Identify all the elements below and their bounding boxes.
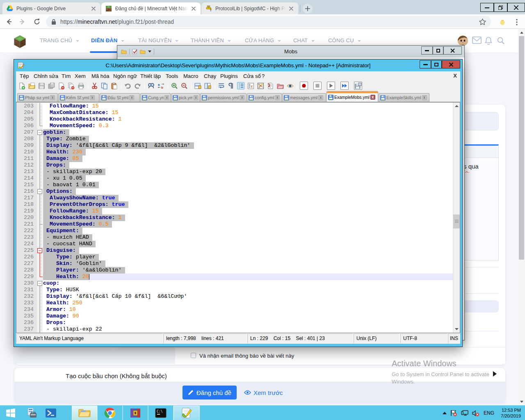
new-tab-button[interactable]	[303, 4, 313, 14]
fold-margin[interactable]	[37, 293, 43, 300]
show-all-chars-icon[interactable]	[227, 82, 235, 89]
cut-icon[interactable]	[91, 82, 98, 89]
notepadpp-titlebar[interactable]: C:\Users\Administrator\Desktop\Sever\plu…	[14, 59, 462, 71]
file-tab-close-icon[interactable]: x	[275, 95, 280, 100]
browser-tab[interactable]: ProtocolLib | SpigotMC - High Pe	[201, 2, 298, 14]
window-close-button[interactable]	[507, 3, 525, 12]
folder-workspace-icon[interactable]	[276, 82, 284, 89]
fold-margin[interactable]	[37, 280, 43, 287]
taskbar-winrar-button[interactable]	[123, 406, 148, 420]
chevron-down-icon[interactable]	[148, 50, 151, 52]
chevron-up-icon[interactable]	[443, 412, 447, 414]
menu-close-icon[interactable]: X	[453, 73, 457, 79]
taskbar-clock[interactable]: 12:53 PM7/20/2019	[501, 407, 521, 419]
file-tab[interactable]: Đấu Sĩ.ymlx	[100, 93, 140, 102]
sync-h-icon[interactable]	[204, 82, 211, 89]
fold-margin[interactable]	[37, 188, 43, 195]
window-minimize-button[interactable]	[480, 3, 494, 12]
notepadpp-menu-12[interactable]: Cửa sổ	[243, 73, 261, 79]
explorer-close-button[interactable]	[443, 46, 462, 55]
macro-stop-icon[interactable]	[313, 82, 322, 90]
status-insert-mode[interactable]: INS	[448, 333, 460, 343]
open-folder-icon[interactable]	[28, 82, 35, 89]
file-tab-close-icon[interactable]: x	[90, 95, 95, 100]
notepadpp-menu-8[interactable]: Tools	[166, 73, 178, 79]
notepadpp-menu-7[interactable]: Thiết lập	[140, 73, 161, 79]
taskbar-powershell-button[interactable]	[41, 406, 60, 420]
fold-margin[interactable]	[37, 326, 43, 333]
email-notify-label[interactable]: Và nhận email thông báo về bài viết này	[199, 353, 294, 359]
notepadpp-menu-6[interactable]: Ngôn ngữ	[113, 73, 137, 79]
tab-close-icon[interactable]	[288, 5, 295, 12]
taskbar-notepadpp-button[interactable]	[173, 406, 200, 420]
notepadpp-menu-11[interactable]: Plugins	[220, 73, 238, 79]
replace-icon[interactable]: ab	[157, 82, 164, 89]
window-restore-button[interactable]	[494, 3, 507, 12]
notepadpp-menu-9[interactable]: Macro	[183, 73, 198, 79]
scroll-down-arrow[interactable]	[520, 401, 523, 403]
fold-margin[interactable]	[37, 169, 43, 175]
notepadpp-menu-5[interactable]: Mã hóa	[91, 73, 109, 79]
tab-close-icon[interactable]	[90, 5, 97, 12]
file-tab[interactable]: messages.ymlx	[282, 93, 326, 102]
fold-margin[interactable]	[37, 228, 43, 234]
notepadpp-menu-10[interactable]: Chạy	[204, 73, 216, 79]
scroll-up-arrow[interactable]	[520, 32, 523, 34]
doc-map-icon[interactable]	[257, 82, 264, 89]
back-button[interactable]	[4, 16, 14, 27]
explorer-minimize-button[interactable]	[421, 46, 433, 55]
fold-margin[interactable]	[37, 142, 43, 149]
tab-close-icon[interactable]	[190, 5, 197, 12]
notepadpp-menu-2[interactable]: Chỉnh sửa	[34, 73, 58, 79]
fold-margin[interactable]	[37, 260, 43, 267]
notepadpp-menu-4[interactable]: Xem	[75, 73, 86, 79]
notepadpp-menu-13[interactable]: ?	[262, 73, 265, 79]
save-icon[interactable]	[38, 82, 45, 89]
fold-margin[interactable]	[37, 175, 43, 182]
reload-button[interactable]	[32, 16, 42, 27]
redo-icon[interactable]	[134, 82, 141, 89]
file-tab-close-icon[interactable]: x	[194, 95, 198, 100]
zoom-out-icon[interactable]	[180, 82, 188, 89]
notepadpp-close-button[interactable]	[442, 60, 460, 68]
file-tab-close-icon[interactable]: x	[318, 95, 323, 100]
status-encoding[interactable]: UTF-8	[400, 333, 447, 343]
fold-margin[interactable]	[37, 103, 43, 110]
taskbar-explorer-button[interactable]	[72, 406, 97, 420]
fold-margin[interactable]	[37, 287, 43, 293]
file-tab[interactable]: Cung.ymlx	[140, 93, 171, 102]
address-bar[interactable]: https://minecraftvn.net/plugin.f21/post-…	[46, 16, 491, 27]
new-file-icon[interactable]	[18, 82, 25, 89]
fold-margin[interactable]	[37, 116, 43, 123]
close-doc-icon[interactable]	[57, 82, 65, 89]
editor-scroll-thumb[interactable]	[453, 215, 460, 228]
taskbar-server-manager-button[interactable]	[23, 406, 41, 420]
macro-save-icon[interactable]	[354, 82, 362, 90]
print-icon[interactable]	[77, 82, 84, 89]
eye-icon[interactable]	[286, 82, 294, 89]
file-tab[interactable]: config.ymlx	[247, 93, 282, 102]
forward-button[interactable]	[17, 16, 27, 27]
file-tab[interactable]: permissions.ymlx	[200, 93, 247, 102]
file-tab-close-icon[interactable]: x	[50, 95, 55, 100]
browser-menu-icon[interactable]	[511, 17, 522, 27]
explorer-titlebar[interactable]: Mobs	[117, 46, 464, 57]
browser-tab[interactable]: Plugins - Google Drive	[2, 2, 100, 14]
macro-run-multi-icon[interactable]	[340, 82, 349, 90]
zoom-in-icon[interactable]	[171, 82, 178, 89]
file-tab[interactable]: Pháp sư.ymlx	[17, 93, 58, 102]
fold-margin[interactable]	[37, 155, 43, 162]
copy-icon[interactable]	[100, 82, 108, 89]
file-tab[interactable]: Kiếm Sĩ.ymlx	[58, 93, 99, 102]
browser-tab[interactable]: Đăng chủ đề | Minecraft Việt Nam	[101, 2, 201, 14]
page-scrollbar[interactable]	[518, 29, 525, 405]
sync-v-icon[interactable]	[194, 82, 201, 89]
mail-icon[interactable]	[472, 37, 482, 46]
file-tab-close-icon[interactable]: x	[422, 95, 427, 100]
fold-margin[interactable]	[37, 306, 43, 313]
file-tab[interactable]: pick.ymlx	[171, 93, 200, 102]
network-icon[interactable]	[461, 410, 468, 416]
nav-item-cửa-hàng[interactable]: CỬA HÀNG	[245, 37, 274, 43]
fold-margin[interactable]	[37, 320, 43, 326]
properties-icon[interactable]	[132, 49, 137, 54]
